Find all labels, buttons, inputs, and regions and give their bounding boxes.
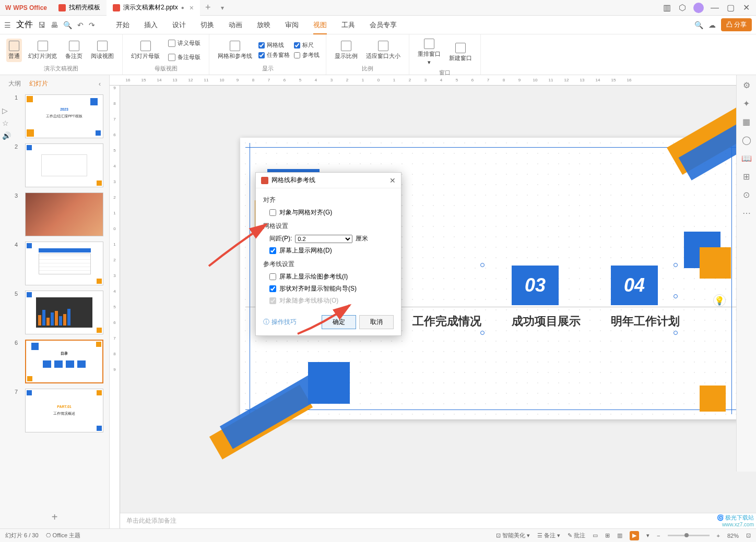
toc-item-2[interactable]: 工作完成情况 bbox=[412, 266, 481, 329]
tab-member[interactable]: 会员专享 bbox=[370, 16, 397, 34]
tab-templates[interactable]: 找稻壳模板 bbox=[52, 0, 107, 16]
lightbulb-icon[interactable]: 💡 bbox=[713, 294, 726, 307]
comments-button[interactable]: ✎ 批注 bbox=[568, 532, 585, 539]
tab-close-icon[interactable]: × bbox=[190, 4, 194, 12]
star-icon[interactable]: ☆ bbox=[2, 119, 13, 127]
view-reading-button[interactable]: 阅读视图 bbox=[89, 39, 116, 62]
fit-button[interactable]: ⊡ bbox=[746, 532, 751, 539]
tab-insert[interactable]: 插入 bbox=[144, 16, 158, 34]
rtool-more-icon[interactable]: ⋯ bbox=[742, 208, 751, 218]
slide-master-button[interactable]: 幻灯片母版 bbox=[129, 39, 162, 62]
handout-master-button[interactable]: 讲义母版 bbox=[166, 37, 203, 49]
ruler-checkbox[interactable]: 标尺 bbox=[294, 41, 320, 49]
maximize-button[interactable]: ▢ bbox=[726, 3, 735, 13]
rtool-record-icon[interactable]: ⊙ bbox=[743, 190, 750, 200]
show-grid-checkbox[interactable]: 屏幕上显示网格(D) bbox=[263, 245, 394, 257]
zoom-in-button[interactable]: + bbox=[717, 533, 720, 539]
user-avatar[interactable] bbox=[693, 3, 704, 13]
cancel-button[interactable]: 取消 bbox=[359, 315, 394, 329]
rtool-layers-icon[interactable]: ▦ bbox=[742, 117, 750, 127]
rtool-grid-icon[interactable]: ⊞ bbox=[743, 172, 750, 182]
tab-document[interactable]: 演示文稿素材2.pptx ● × bbox=[107, 0, 200, 16]
slide-thumb-7[interactable]: 7 PART.01 工作情况概述 bbox=[15, 389, 105, 432]
tab-menu-button[interactable]: ▾ bbox=[216, 4, 229, 11]
theme-indicator[interactable]: ⎔ Office 主题 bbox=[46, 532, 81, 539]
play-icon[interactable]: ▷ bbox=[2, 106, 13, 115]
view-browse-button[interactable]: 幻灯片浏览 bbox=[26, 39, 59, 62]
slide-thumb-2[interactable]: 2 bbox=[15, 143, 105, 187]
group-label-master: 母版视图 bbox=[129, 64, 203, 73]
slideshow-dropdown[interactable]: ▾ bbox=[646, 532, 649, 539]
search-icon[interactable]: 🔍 bbox=[694, 21, 703, 29]
collapse-panel-icon[interactable]: ‹ bbox=[99, 80, 101, 88]
view-notes-button[interactable]: 备注页 bbox=[63, 39, 85, 62]
file-menu[interactable]: 文件 bbox=[16, 19, 33, 30]
tips-link[interactable]: ⓘ操作技巧 bbox=[263, 318, 297, 327]
zoom-out-button[interactable]: − bbox=[657, 533, 660, 539]
minimize-button[interactable]: — bbox=[710, 3, 719, 13]
taskpane-checkbox[interactable]: 任务窗格 bbox=[258, 51, 290, 59]
redo-icon[interactable]: ↷ bbox=[89, 21, 95, 29]
fit-window-button[interactable]: 适应窗口大小 bbox=[364, 39, 403, 62]
tab-review[interactable]: 审阅 bbox=[285, 16, 299, 34]
slide-panel: 大纲 幻灯片 ‹ ▷ ☆ 🔊 1 2023 工作总结汇报PPT模板 2 bbox=[0, 75, 110, 528]
slide-thumb-4[interactable]: 4 bbox=[15, 242, 105, 285]
new-tab-button[interactable]: + bbox=[200, 2, 216, 13]
tab-transition[interactable]: 切换 bbox=[200, 16, 214, 34]
guide-checkbox[interactable]: 参考线 bbox=[294, 51, 320, 59]
outline-tab[interactable]: 大纲 bbox=[8, 79, 21, 88]
tab-design[interactable]: 设计 bbox=[172, 16, 186, 34]
undo-icon[interactable]: ↶ bbox=[77, 21, 84, 29]
notes-master-button[interactable]: 备注母版 bbox=[166, 51, 203, 63]
close-button[interactable]: ✕ bbox=[741, 3, 751, 13]
add-slide-button[interactable]: + bbox=[0, 506, 109, 528]
panel-icon[interactable]: ▥ bbox=[662, 3, 671, 13]
toc-item-4[interactable]: 04 明年工作计划 bbox=[611, 266, 680, 329]
tab-tools[interactable]: 工具 bbox=[341, 16, 355, 34]
zoom-button[interactable]: 显示比例 bbox=[333, 39, 360, 62]
slideshow-button[interactable]: ▶ bbox=[630, 531, 639, 540]
grid-guide-button[interactable]: 网格和参考线 bbox=[216, 39, 254, 62]
sound-icon[interactable]: 🔊 bbox=[2, 131, 13, 140]
grid-checkbox[interactable]: 网格线 bbox=[258, 41, 290, 49]
beautify-button[interactable]: ⊡ 智能美化 ▾ bbox=[496, 532, 530, 539]
view-sorter-icon[interactable]: ⊞ bbox=[605, 532, 610, 539]
notes-area[interactable]: 单击此处添加备注 bbox=[120, 513, 756, 528]
view-normal-button[interactable]: 普通 bbox=[6, 39, 22, 62]
rtool-slider-icon[interactable]: ⚙ bbox=[743, 80, 750, 90]
arrange-window-button[interactable]: 重排窗口 ▾ bbox=[416, 37, 443, 68]
preview-icon[interactable]: 🔍 bbox=[63, 21, 72, 29]
rtool-circle-icon[interactable]: ◯ bbox=[742, 135, 751, 145]
print-icon[interactable]: 🖶 bbox=[51, 21, 58, 29]
cloud-icon[interactable]: ☁ bbox=[708, 21, 716, 29]
tab-slideshow[interactable]: 放映 bbox=[257, 16, 270, 34]
toc-item-3[interactable]: 03 成功项目展示 bbox=[512, 266, 581, 329]
slides-tab[interactable]: 幻灯片 bbox=[29, 79, 48, 88]
view-reading-icon[interactable]: ▥ bbox=[617, 532, 622, 539]
share-button[interactable]: 凸 分享 bbox=[721, 18, 752, 31]
tab-view[interactable]: 视图 bbox=[313, 16, 327, 34]
zoom-value[interactable]: 82% bbox=[727, 533, 739, 539]
slide-thumb-1[interactable]: 1 2023 工作总结汇报PPT模板 bbox=[15, 94, 105, 138]
tab-start[interactable]: 开始 bbox=[116, 16, 129, 34]
dialog-close-icon[interactable]: ✕ bbox=[389, 176, 396, 185]
save-icon[interactable]: 🖫 bbox=[38, 21, 45, 29]
notes-toggle[interactable]: ☰ 备注 ▾ bbox=[537, 532, 560, 539]
view-normal-icon[interactable]: ▭ bbox=[593, 532, 598, 539]
smart-guide-checkbox[interactable]: 形状对齐时显示智能向导(S) bbox=[263, 283, 394, 295]
align-grid-checkbox[interactable]: 对象与网格对齐(G) bbox=[263, 207, 394, 219]
rtool-sparkle-icon[interactable]: ✦ bbox=[743, 99, 750, 109]
menu-icon[interactable]: ☰ bbox=[4, 21, 11, 29]
new-window-button[interactable]: 新建窗口 bbox=[447, 41, 474, 64]
zoom-slider[interactable] bbox=[668, 535, 710, 536]
slide-thumb-3[interactable]: 3 bbox=[15, 192, 105, 236]
spacing-select[interactable]: 0.2 bbox=[295, 235, 352, 243]
show-guide-checkbox[interactable]: 屏幕上显示绘图参考线(I) bbox=[263, 271, 394, 283]
slide-thumb-5[interactable]: 5 bbox=[15, 291, 105, 334]
box-icon[interactable]: ⬡ bbox=[678, 3, 687, 13]
ok-button[interactable]: 确定 bbox=[322, 315, 356, 329]
rtool-book-icon[interactable]: 📖 bbox=[741, 153, 752, 163]
slide-thumb-6[interactable]: 6 目录 bbox=[15, 340, 105, 383]
modified-indicator: ● bbox=[181, 5, 184, 10]
tab-animation[interactable]: 动画 bbox=[229, 16, 242, 34]
